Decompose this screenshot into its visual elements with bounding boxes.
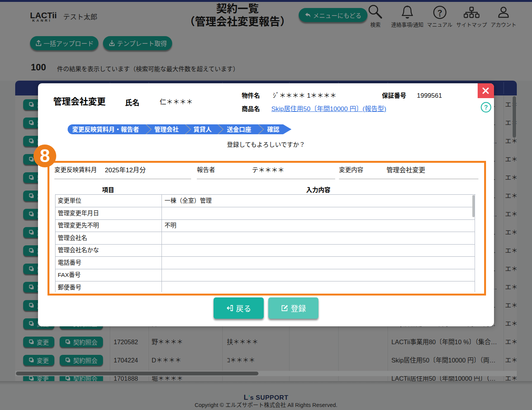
svg-text:賃貸人: 賃貸人 [193, 126, 212, 133]
svg-text:変更反映賃料月・報告者: 変更反映賃料月・報告者 [72, 126, 139, 133]
svg-text:確認: 確認 [267, 126, 279, 133]
svg-text:送金口座: 送金口座 [227, 126, 251, 133]
svg-text:?: ? [437, 8, 442, 17]
svg-text:?: ? [484, 104, 488, 111]
svg-text:管理会社: 管理会社 [154, 126, 179, 133]
